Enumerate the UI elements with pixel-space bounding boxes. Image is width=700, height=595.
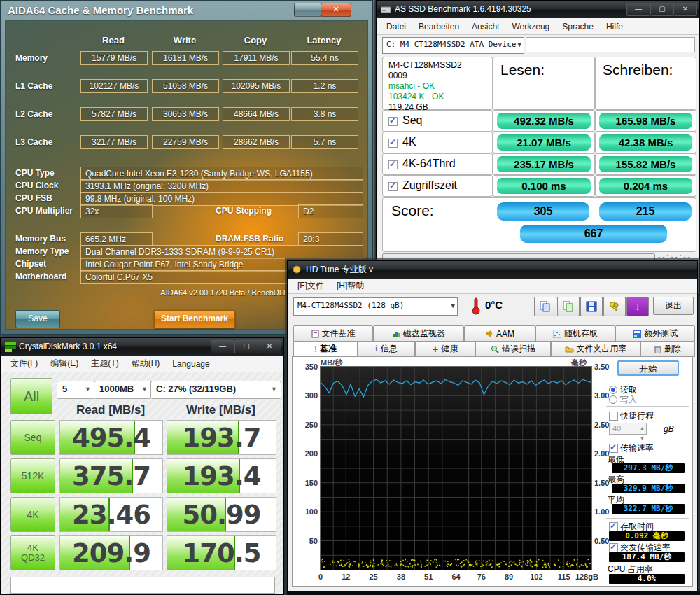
seq-checkbox[interactable]	[388, 117, 398, 126]
access-time-checkbox[interactable]	[609, 522, 618, 531]
score-cell: Score: 305 215 667	[382, 197, 696, 252]
write-value: 155.82 MB/s	[599, 156, 692, 172]
value-cell: 155.82 MB/s	[595, 153, 696, 175]
write-radio[interactable]	[609, 396, 617, 404]
row-label: L3 Cache	[15, 137, 52, 147]
4k-test-button[interactable]: 4K	[10, 497, 55, 532]
test-size-select[interactable]: 1000MB▼	[94, 381, 152, 399]
tab-error-scan[interactable]: 错误扫描	[475, 341, 551, 357]
close-icon[interactable]: ✕	[258, 340, 281, 354]
trash-icon	[654, 345, 662, 354]
maximize-button[interactable]: ▢	[234, 340, 258, 354]
info-value: 99.8 MHz (original: 100 MHz)	[80, 192, 363, 206]
stroke-size-spinner[interactable]: 40 ▲▼	[609, 423, 647, 435]
close-icon[interactable]: ✕	[321, 3, 351, 17]
transfer-rate-checkbox[interactable]	[609, 444, 618, 453]
4k-checkbox[interactable]	[388, 139, 398, 148]
drive-icon	[381, 6, 391, 13]
save-screenshot-button[interactable]	[580, 297, 603, 316]
write-value: 0.204 ms	[599, 178, 692, 194]
hdtune-logo-icon	[293, 265, 301, 274]
value-cell: 235.17 MB/s	[493, 153, 595, 175]
accesstime-checkbox[interactable]	[388, 182, 398, 191]
tab-file-benchmark[interactable]: 文件基准	[293, 326, 373, 342]
menu-help[interactable]: [H]帮助	[337, 280, 364, 292]
test-label: Seq	[402, 114, 422, 127]
tab-extra-tests[interactable]: 额外测试	[615, 326, 695, 342]
save-button[interactable]: Save	[15, 310, 60, 328]
device-firmware: 0009	[388, 71, 492, 81]
menu-werkzeug[interactable]: Werkzeug	[512, 22, 550, 31]
tab-aam[interactable]: AAM	[464, 326, 536, 342]
minimize-button[interactable]: —	[626, 3, 650, 16]
minimize-button[interactable]: —	[294, 3, 322, 17]
value-cell: 42.38 MB/s	[595, 132, 696, 153]
transfer-rate-label: 传输速率	[620, 442, 654, 454]
col-read: Read	[80, 35, 146, 46]
menu-language[interactable]: Language	[172, 359, 209, 369]
target-drive-select[interactable]: C: 27% (32/119GB)▼	[150, 381, 281, 399]
maximize-button[interactable]: ▢	[650, 3, 674, 16]
tab-health[interactable]: + 健康	[415, 341, 475, 357]
tab-disk-monitor[interactable]: 磁盘监视器	[373, 326, 464, 342]
tab-folder-usage[interactable]: 文件夹占用率	[551, 341, 640, 357]
burst-rate-checkbox[interactable]	[609, 543, 618, 552]
menu-datei[interactable]: Datei	[386, 22, 406, 31]
test-row: Seq	[382, 110, 493, 132]
read-column-header: Read [MB/s]	[59, 403, 162, 417]
update-download-button[interactable]: ↓	[626, 297, 649, 316]
crystaldiskmark-logo-icon	[5, 342, 16, 352]
write-value: 165.98 MB/s	[599, 113, 692, 129]
read-header: Lesen:	[493, 57, 594, 78]
options-button[interactable]	[603, 297, 626, 316]
hdtune-titlebar[interactable]: HD Tune 专业版 v	[288, 261, 697, 279]
spinner-arrows-icon: ▲▼	[640, 423, 645, 444]
4k64-checkbox[interactable]	[388, 160, 398, 169]
menu-hilfe[interactable]: Hilfe	[606, 22, 623, 31]
exit-button[interactable]: 退出	[653, 297, 694, 315]
copy-image-button[interactable]	[557, 297, 580, 316]
start-button[interactable]: 开始	[617, 360, 679, 376]
value-cell: 0.100 ms	[493, 175, 595, 197]
4kqd32-test-button[interactable]: 4KQD32	[10, 536, 55, 570]
close-icon[interactable]: ✕	[673, 3, 697, 16]
device-model: M4-CT128M4SSD2	[388, 60, 492, 71]
start-benchmark-button[interactable]: Start Benchmark	[154, 310, 235, 328]
menu-theme[interactable]: 主题(T)	[91, 358, 118, 370]
menu-ansicht[interactable]: Ansicht	[472, 22, 499, 31]
cdm-title: CrystalDiskMark 3.0.1 x64	[19, 342, 117, 351]
drive-select[interactable]: C: M4-CT128M4SSD2 ATA Device ▼	[382, 37, 524, 54]
tab-erase[interactable]: 删除	[640, 341, 695, 357]
tab-info[interactable]: i 信息	[358, 341, 415, 357]
run-count-select[interactable]: 5▼	[57, 381, 95, 399]
512k-test-button[interactable]: 512K	[10, 458, 55, 493]
bar-chart-icon	[392, 330, 400, 338]
read-radio[interactable]	[609, 386, 617, 394]
comment-field[interactable]	[10, 577, 275, 594]
chevron-down-icon: ▼	[141, 382, 148, 397]
menu-file[interactable]: 文件(F)	[10, 358, 38, 370]
drive-select[interactable]: M4-CT128M4SSD2 (128 gB) ▼	[293, 298, 458, 316]
short-stroke-checkbox[interactable]	[609, 412, 618, 421]
menu-sprache[interactable]: Sprache	[562, 22, 594, 31]
seq-test-button[interactable]: Seq	[10, 420, 55, 455]
device-alignment: 103424 K - OK	[388, 92, 492, 102]
info-label: CPU Type	[15, 168, 55, 178]
menu-help[interactable]: 帮助(H)	[132, 358, 160, 370]
4kqd32-write-cell: 170.5	[167, 536, 276, 570]
tab-random-access[interactable]: 随机存取	[536, 326, 615, 342]
cpu-usage-value: 4.0%	[609, 574, 685, 584]
minimize-button[interactable]: —	[211, 340, 234, 354]
tab-benchmark-active[interactable]: ! 基准	[293, 341, 358, 357]
grid-icon	[633, 330, 641, 338]
menu-bearbeiten[interactable]: Bearbeiten	[419, 22, 459, 31]
copy-to-clipboard-button[interactable]	[534, 297, 556, 316]
bench-value: 5.7 ns	[291, 135, 358, 149]
menu-edit[interactable]: 编辑(E)	[50, 358, 78, 370]
info-label: Memory Bus	[15, 234, 66, 244]
all-test-button[interactable]: All	[10, 378, 52, 414]
comment-field[interactable]	[526, 37, 695, 52]
bench-value: 30653 MB/s	[152, 107, 219, 121]
menu-file[interactable]: [F]文件	[298, 280, 324, 292]
write-radio-label: 写入	[620, 394, 637, 406]
